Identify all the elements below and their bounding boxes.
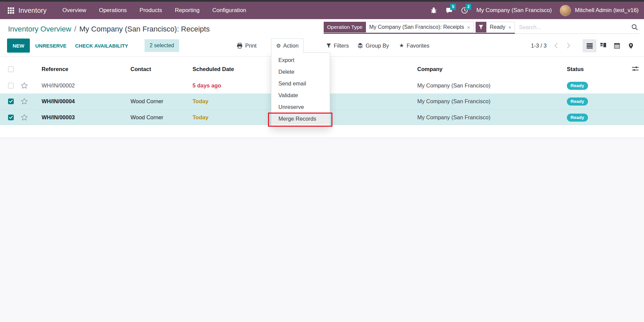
check-availability-button[interactable]: CHECK AVAILABILITY bbox=[75, 39, 128, 53]
column-header-contact[interactable]: Contact bbox=[130, 60, 151, 78]
facet-remove-icon[interactable]: × bbox=[508, 24, 511, 30]
action-button[interactable]: ⚙ Action bbox=[271, 39, 304, 53]
favorites-button[interactable]: ★ Favorites bbox=[399, 39, 429, 53]
column-header-reference[interactable]: Reference bbox=[42, 60, 68, 78]
breadcrumb-parent-link[interactable]: Inventory Overview bbox=[8, 25, 71, 34]
calendar-view-icon[interactable] bbox=[610, 39, 624, 52]
facet-operation-type: Operation Type My Company (San Francisco… bbox=[324, 22, 474, 33]
action-label: Action bbox=[283, 43, 299, 49]
apps-grid-icon[interactable] bbox=[7, 7, 14, 14]
row-checkbox[interactable] bbox=[8, 99, 14, 104]
facet-operation-type-label: Operation Type bbox=[324, 22, 366, 33]
column-header-status[interactable]: Status bbox=[567, 60, 584, 78]
menu-item-delete[interactable]: Delete bbox=[271, 66, 330, 78]
filters-label: Filters bbox=[334, 43, 349, 49]
search-icon[interactable] bbox=[631, 24, 638, 30]
facet-ready: Ready × bbox=[476, 22, 515, 33]
pager-next-icon[interactable] bbox=[567, 39, 571, 53]
cell-reference: WH/IN/00002 bbox=[42, 78, 75, 93]
pager-previous-icon[interactable] bbox=[554, 39, 558, 53]
group-by-button[interactable]: Group By bbox=[358, 39, 389, 53]
filter-funnel-icon bbox=[479, 25, 483, 29]
cell-reference: WH/IN/00003 bbox=[42, 110, 75, 125]
list-view-icon[interactable] bbox=[583, 39, 596, 52]
view-switcher bbox=[583, 39, 638, 52]
group-by-layers-icon bbox=[358, 43, 363, 48]
facet-ready-value: Ready bbox=[490, 24, 505, 30]
filters-funnel-icon bbox=[326, 43, 331, 48]
printer-icon bbox=[237, 43, 243, 49]
menu-operations[interactable]: Operations bbox=[99, 7, 127, 14]
menu-overview[interactable]: Overview bbox=[62, 7, 86, 14]
row-checkbox[interactable] bbox=[8, 115, 14, 120]
menu-products[interactable]: Products bbox=[140, 7, 162, 14]
cell-company: My Company (San Francisco) bbox=[417, 93, 490, 109]
column-header-company[interactable]: Company bbox=[417, 60, 442, 78]
activities-count-badge: 2 bbox=[466, 4, 471, 10]
menu-configuration[interactable]: Configuration bbox=[212, 7, 246, 14]
user-menu[interactable]: Mitchell Admin (test_v16) bbox=[575, 7, 639, 14]
search-input[interactable] bbox=[515, 24, 631, 30]
status-badge: Ready bbox=[567, 82, 588, 90]
menu-item-send-email[interactable]: Send email bbox=[271, 78, 330, 89]
map-view-icon[interactable] bbox=[624, 39, 638, 52]
messages-icon[interactable]: 5 bbox=[445, 7, 453, 14]
favorites-star-icon: ★ bbox=[399, 43, 404, 48]
menu-item-export[interactable]: Export bbox=[271, 54, 330, 66]
app-name[interactable]: Inventory bbox=[18, 7, 47, 14]
cell-scheduled-date: Today bbox=[193, 93, 208, 109]
search-bar: Operation Type My Company (San Francisco… bbox=[324, 21, 639, 34]
page-title: My Company (San Francisco): Receipts bbox=[79, 25, 210, 34]
column-options-icon[interactable] bbox=[632, 66, 639, 72]
cell-company: My Company (San Francisco) bbox=[417, 78, 490, 93]
menu-item-merge-records[interactable]: Merge Records bbox=[271, 113, 330, 125]
menu-reporting[interactable]: Reporting bbox=[175, 7, 200, 14]
select-all-checkbox[interactable] bbox=[8, 66, 14, 72]
debug-bug-icon[interactable] bbox=[430, 7, 437, 14]
status-badge: Ready bbox=[567, 98, 588, 106]
messages-count-badge: 5 bbox=[450, 4, 456, 10]
cell-reference: WH/IN/00004 bbox=[42, 93, 75, 109]
breadcrumb-separator: / bbox=[74, 25, 76, 34]
main-navbar: Inventory Overview Operations Products R… bbox=[0, 2, 644, 19]
filters-button[interactable]: Filters bbox=[326, 39, 349, 53]
facet-operation-type-value: My Company (San Francisco): Receipts bbox=[369, 24, 464, 30]
status-badge: Ready bbox=[567, 114, 588, 122]
pager-range: 1-3 / 3 bbox=[531, 39, 547, 53]
facet-remove-icon[interactable]: × bbox=[467, 24, 470, 30]
favorite-star-icon[interactable] bbox=[21, 114, 28, 121]
cell-contact: Wood Corner bbox=[130, 110, 163, 125]
unreserve-button[interactable]: UNRESERVE bbox=[35, 39, 66, 53]
menu-item-validate[interactable]: Validate bbox=[271, 89, 330, 101]
action-dropdown-menu: Export Delete Send email Validate Unrese… bbox=[271, 53, 330, 126]
favorites-label: Favorites bbox=[407, 43, 429, 49]
app-menu: Overview Operations Products Reporting C… bbox=[62, 7, 246, 14]
cell-scheduled-date: Today bbox=[193, 110, 208, 125]
company-switcher[interactable]: My Company (San Francisco) bbox=[476, 7, 552, 14]
column-header-scheduled-date[interactable]: Scheduled Date bbox=[193, 60, 234, 78]
activities-clock-icon[interactable]: 2 bbox=[461, 7, 468, 14]
cell-contact: Wood Corner bbox=[130, 93, 163, 109]
avatar[interactable] bbox=[560, 5, 571, 16]
row-checkbox[interactable] bbox=[8, 83, 14, 88]
search-facets: Operation Type My Company (San Francisco… bbox=[324, 22, 515, 33]
systray: 5 2 My Company (San Francisco) Mitchell … bbox=[430, 5, 644, 16]
cell-scheduled-date: 5 days ago bbox=[193, 78, 221, 93]
favorite-star-icon[interactable] bbox=[21, 98, 28, 105]
page-footer-background bbox=[0, 138, 644, 322]
new-button[interactable]: NEW bbox=[7, 39, 30, 53]
cell-company: My Company (San Francisco) bbox=[417, 110, 490, 125]
odoo-inventory-screen: Inventory Overview Operations Products R… bbox=[0, 0, 644, 322]
favorite-star-icon[interactable] bbox=[21, 82, 28, 89]
selected-count-badge: 2 selected bbox=[145, 39, 179, 52]
breadcrumb: Inventory Overview / My Company (San Fra… bbox=[8, 25, 210, 34]
kanban-view-icon[interactable] bbox=[596, 39, 610, 52]
group-by-label: Group By bbox=[366, 43, 389, 49]
menu-item-unreserve[interactable]: Unreserve bbox=[271, 101, 330, 113]
print-label: Print bbox=[245, 43, 257, 49]
gear-icon: ⚙ bbox=[276, 43, 281, 49]
print-button[interactable]: Print bbox=[237, 39, 257, 53]
